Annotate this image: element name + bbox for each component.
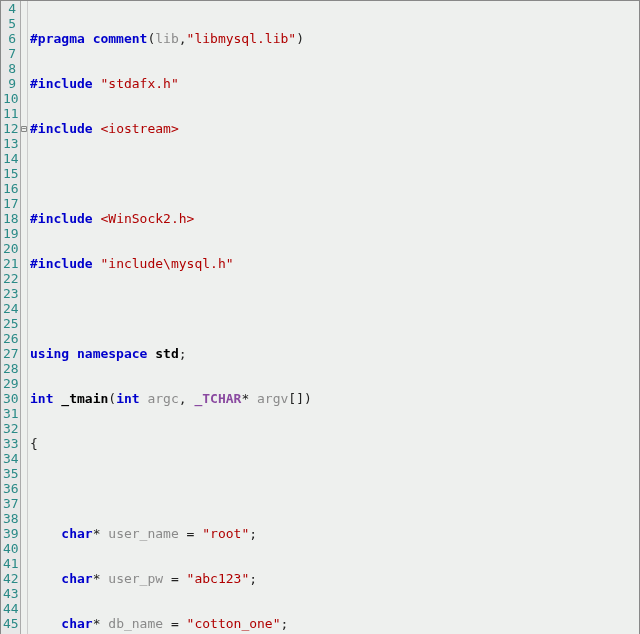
line-number: 38 bbox=[3, 511, 16, 526]
fold-marker bbox=[21, 196, 27, 211]
fold-marker bbox=[21, 31, 27, 46]
code-line: char* db_name = "cotton_one"; bbox=[30, 616, 640, 631]
line-number-gutter: 4567891011121314151617181920212223242526… bbox=[1, 1, 21, 634]
line-number: 9 bbox=[3, 76, 16, 91]
line-number: 35 bbox=[3, 466, 16, 481]
fold-marker bbox=[21, 121, 27, 136]
fold-marker bbox=[21, 106, 27, 121]
code-line: #include <iostream> bbox=[30, 121, 640, 136]
fold-marker bbox=[21, 256, 27, 271]
code-line bbox=[30, 481, 640, 496]
fold-marker bbox=[21, 1, 27, 16]
fold-marker bbox=[21, 331, 27, 346]
code-line: #include "stdafx.h" bbox=[30, 76, 640, 91]
fold-marker bbox=[21, 16, 27, 31]
code-line bbox=[30, 301, 640, 316]
fold-marker bbox=[21, 451, 27, 466]
line-number: 14 bbox=[3, 151, 16, 166]
fold-marker bbox=[21, 391, 27, 406]
fold-marker bbox=[21, 586, 27, 601]
line-number: 37 bbox=[3, 496, 16, 511]
fold-marker bbox=[21, 616, 27, 631]
code-line: { bbox=[30, 436, 640, 451]
line-number: 23 bbox=[3, 286, 16, 301]
line-number: 8 bbox=[3, 61, 16, 76]
line-number: 13 bbox=[3, 136, 16, 151]
fold-marker bbox=[21, 526, 27, 541]
line-number: 4 bbox=[3, 1, 16, 16]
code-line: using namespace std; bbox=[30, 346, 640, 361]
fold-marker bbox=[21, 376, 27, 391]
fold-marker bbox=[21, 571, 27, 586]
fold-marker bbox=[21, 436, 27, 451]
fold-marker bbox=[21, 511, 27, 526]
fold-marker bbox=[21, 61, 27, 76]
code-line: #include "include\mysql.h" bbox=[30, 256, 640, 271]
fold-marker bbox=[21, 301, 27, 316]
line-number: 12 bbox=[3, 121, 16, 136]
line-number: 10 bbox=[3, 91, 16, 106]
line-number: 6 bbox=[3, 31, 16, 46]
line-number: 25 bbox=[3, 316, 16, 331]
fold-marker bbox=[21, 166, 27, 181]
code-line: char* user_name = "root"; bbox=[30, 526, 640, 541]
line-number: 20 bbox=[3, 241, 16, 256]
fold-marker bbox=[21, 46, 27, 61]
line-number: 31 bbox=[3, 406, 16, 421]
line-number: 24 bbox=[3, 301, 16, 316]
code-editor[interactable]: 4567891011121314151617181920212223242526… bbox=[0, 0, 640, 634]
line-number: 19 bbox=[3, 226, 16, 241]
line-number: 17 bbox=[3, 196, 16, 211]
line-number: 11 bbox=[3, 106, 16, 121]
line-number: 34 bbox=[3, 451, 16, 466]
fold-marker bbox=[21, 151, 27, 166]
fold-marker bbox=[21, 601, 27, 616]
fold-marker bbox=[21, 406, 27, 421]
line-number: 36 bbox=[3, 481, 16, 496]
fold-marker bbox=[21, 181, 27, 196]
line-number: 41 bbox=[3, 556, 16, 571]
fold-marker bbox=[21, 421, 27, 436]
fold-marker bbox=[21, 226, 27, 241]
code-line: int _tmain(int argc, _TCHAR* argv[]) bbox=[30, 391, 640, 406]
fold-marker bbox=[21, 286, 27, 301]
fold-column bbox=[21, 1, 28, 634]
line-number: 42 bbox=[3, 571, 16, 586]
fold-marker bbox=[21, 211, 27, 226]
line-number: 21 bbox=[3, 256, 16, 271]
line-number: 43 bbox=[3, 586, 16, 601]
line-number: 16 bbox=[3, 181, 16, 196]
line-number: 32 bbox=[3, 421, 16, 436]
line-number: 45 bbox=[3, 616, 16, 631]
fold-marker bbox=[21, 76, 27, 91]
line-number: 27 bbox=[3, 346, 16, 361]
line-number: 22 bbox=[3, 271, 16, 286]
fold-marker bbox=[21, 496, 27, 511]
fold-marker bbox=[21, 91, 27, 106]
fold-marker bbox=[21, 346, 27, 361]
fold-marker bbox=[21, 136, 27, 151]
fold-marker bbox=[21, 271, 27, 286]
fold-marker bbox=[21, 556, 27, 571]
code-line bbox=[30, 166, 640, 181]
line-number: 44 bbox=[3, 601, 16, 616]
fold-marker bbox=[21, 481, 27, 496]
line-number: 29 bbox=[3, 376, 16, 391]
line-number: 18 bbox=[3, 211, 16, 226]
line-number: 33 bbox=[3, 436, 16, 451]
fold-marker bbox=[21, 316, 27, 331]
fold-marker bbox=[21, 541, 27, 556]
line-number: 26 bbox=[3, 331, 16, 346]
code-line: #include <WinSock2.h> bbox=[30, 211, 640, 226]
fold-marker bbox=[21, 361, 27, 376]
code-line: #pragma comment(lib,"libmysql.lib") bbox=[30, 31, 640, 46]
line-number: 15 bbox=[3, 166, 16, 181]
line-number: 30 bbox=[3, 391, 16, 406]
line-number: 7 bbox=[3, 46, 16, 61]
fold-marker bbox=[21, 466, 27, 481]
code-line: char* user_pw = "abc123"; bbox=[30, 571, 640, 586]
line-number: 28 bbox=[3, 361, 16, 376]
line-number: 39 bbox=[3, 526, 16, 541]
code-area[interactable]: #pragma comment(lib,"libmysql.lib") #inc… bbox=[28, 1, 640, 634]
line-number: 40 bbox=[3, 541, 16, 556]
